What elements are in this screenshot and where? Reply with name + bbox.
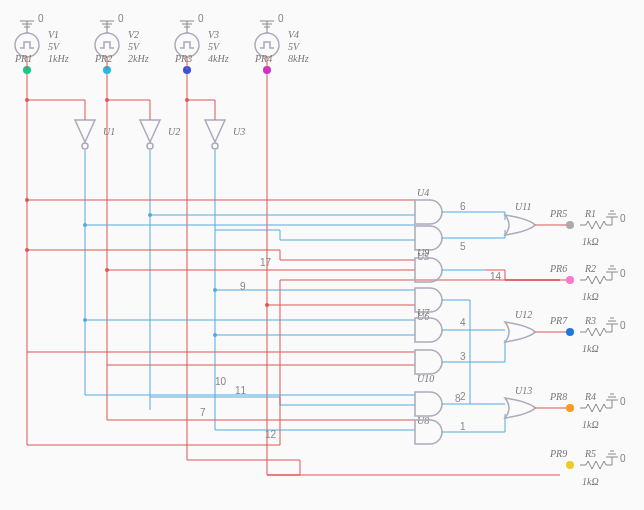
svg-text:5V: 5V — [288, 41, 301, 52]
svg-point-76 — [25, 248, 29, 252]
svg-point-77 — [105, 98, 109, 102]
svg-text:11: 11 — [235, 385, 247, 396]
output-pr5[interactable]: PR5 R1 1kΩ 0 — [535, 208, 626, 247]
outputs-group: PR5 R1 1kΩ 0 PR6 R2 1kΩ 0 PR7 R3 1kΩ 0 — [505, 208, 626, 487]
probe-pr5[interactable] — [566, 221, 574, 229]
svg-text:V3: V3 — [208, 29, 219, 40]
output-pr9[interactable]: PR9 R5 1kΩ 0 — [549, 448, 626, 487]
svg-point-73 — [213, 333, 217, 337]
svg-text:R5: R5 — [584, 448, 596, 459]
svg-text:5: 5 — [460, 241, 466, 252]
svg-point-71 — [148, 213, 152, 217]
svg-text:0: 0 — [278, 13, 284, 24]
inverter-u3[interactable]: U3 — [205, 120, 245, 149]
svg-text:R4: R4 — [584, 391, 596, 402]
svg-text:1kΩ: 1kΩ — [582, 476, 599, 487]
svg-point-70 — [83, 318, 87, 322]
v1-freq: 1kHz — [48, 53, 69, 64]
svg-text:V2: V2 — [128, 29, 139, 40]
svg-text:U1: U1 — [103, 126, 115, 137]
source-v2[interactable]: 0 V2 5V 2kHz PR2 — [94, 13, 149, 74]
output-pr6[interactable]: PR6 R2 1kΩ 0 — [505, 263, 626, 302]
svg-text:14: 14 — [490, 271, 502, 282]
svg-text:0: 0 — [118, 13, 124, 24]
or-u11[interactable]: U11 — [505, 201, 535, 235]
svg-text:2kHz: 2kHz — [128, 53, 149, 64]
and-u4[interactable]: U4 — [415, 187, 442, 224]
svg-text:4: 4 — [460, 317, 466, 328]
svg-text:U7: U7 — [417, 307, 430, 318]
svg-text:R2: R2 — [584, 263, 596, 274]
and-u9[interactable]: U9 — [415, 247, 442, 282]
svg-text:PR5: PR5 — [549, 208, 567, 219]
svg-text:1: 1 — [460, 421, 466, 432]
probe-pr9[interactable] — [566, 461, 574, 469]
svg-text:8: 8 — [455, 393, 461, 404]
svg-point-23 — [212, 143, 218, 149]
svg-text:PR3: PR3 — [174, 53, 192, 64]
svg-text:U12: U12 — [515, 309, 532, 320]
source-v1[interactable]: 0 V1 5V 1kHz PR1 — [14, 13, 69, 74]
v1-ref: V1 — [48, 29, 59, 40]
svg-text:7: 7 — [200, 407, 206, 418]
v1-ampl: 5V — [48, 41, 61, 52]
and-u10[interactable]: U10 — [415, 350, 442, 384]
svg-point-78 — [105, 268, 109, 272]
svg-text:9: 9 — [240, 281, 246, 292]
svg-text:U4: U4 — [417, 187, 429, 198]
svg-text:1kΩ: 1kΩ — [582, 236, 599, 247]
svg-text:10: 10 — [215, 376, 227, 387]
zero-label: 0 — [38, 13, 44, 24]
svg-text:0: 0 — [620, 268, 626, 279]
clock-sources: 0 V1 5V 1kHz PR1 0 V2 5V 2kHz PR2 0 V3 — [14, 13, 309, 74]
svg-text:17: 17 — [260, 257, 272, 268]
svg-text:0: 0 — [620, 396, 626, 407]
or-u12[interactable]: U12 — [505, 309, 535, 342]
svg-text:6: 6 — [460, 201, 466, 212]
circuit-canvas[interactable]: 0 V1 5V 1kHz PR1 0 V2 5V 2kHz PR2 0 V3 — [0, 0, 644, 510]
svg-text:3: 3 — [460, 351, 466, 362]
svg-text:1kΩ: 1kΩ — [582, 343, 599, 354]
svg-point-80 — [265, 303, 269, 307]
and-gates: U4 U5 U9 U6 U7 U10 U8 — [415, 187, 442, 444]
source-v3[interactable]: 0 V3 5V 4kHz PR3 — [174, 13, 229, 74]
svg-text:0: 0 — [620, 320, 626, 331]
svg-text:R3: R3 — [584, 315, 596, 326]
gate-outputs: 6 5 14 4 3 2 1 8 — [442, 201, 560, 432]
output-pr7[interactable]: PR7 R3 1kΩ 0 — [535, 315, 626, 354]
svg-text:12: 12 — [265, 429, 277, 440]
inverters: U1 U2 U3 — [75, 120, 245, 149]
svg-text:8kHz: 8kHz — [288, 53, 309, 64]
source-v4[interactable]: 0 V4 5V 8kHz PR4 — [254, 13, 309, 74]
svg-point-79 — [185, 98, 189, 102]
svg-text:PR2: PR2 — [94, 53, 112, 64]
svg-point-74 — [25, 98, 29, 102]
svg-text:PR7: PR7 — [549, 315, 568, 326]
probe-pr8[interactable] — [566, 404, 574, 412]
svg-text:1kΩ: 1kΩ — [582, 419, 599, 430]
svg-text:5V: 5V — [208, 41, 221, 52]
svg-text:0: 0 — [620, 213, 626, 224]
inverter-u1[interactable]: U1 — [75, 120, 115, 149]
svg-point-69 — [83, 223, 87, 227]
and-u7[interactable]: U7 — [415, 307, 442, 342]
svg-text:U3: U3 — [233, 126, 245, 137]
svg-point-21 — [147, 143, 153, 149]
svg-text:U2: U2 — [168, 126, 180, 137]
inverter-u2[interactable]: U2 — [140, 120, 180, 149]
svg-point-75 — [25, 198, 29, 202]
svg-point-19 — [82, 143, 88, 149]
svg-text:4kHz: 4kHz — [208, 53, 229, 64]
svg-text:U10: U10 — [417, 373, 434, 384]
probe-pr7[interactable] — [566, 328, 574, 336]
or-gates: U11 U12 U13 — [505, 201, 535, 418]
svg-point-72 — [213, 288, 217, 292]
and-u8[interactable]: U8 — [415, 392, 442, 426]
svg-text:0: 0 — [620, 453, 626, 464]
output-pr8[interactable]: PR8 R4 1kΩ 0 — [535, 391, 626, 430]
svg-text:U9: U9 — [417, 247, 429, 258]
svg-text:PR9: PR9 — [549, 448, 567, 459]
probe-pr6[interactable] — [566, 276, 574, 284]
or-u13[interactable]: U13 — [505, 385, 535, 418]
svg-text:V4: V4 — [288, 29, 299, 40]
